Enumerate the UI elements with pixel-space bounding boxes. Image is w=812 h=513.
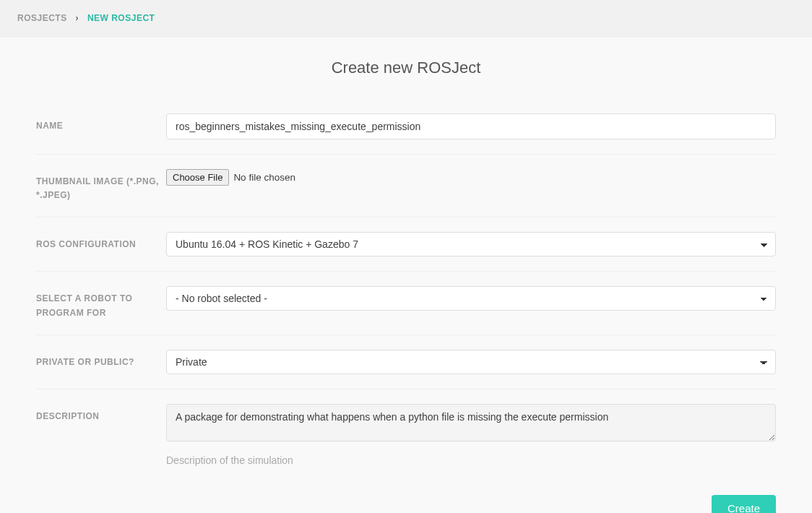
file-status-text: No file chosen [233, 172, 295, 183]
label-description: DESCRIPTION [36, 404, 166, 423]
row-ros-config: ROS CONFIGURATION Ubuntu 16.04 + ROS Kin… [36, 217, 776, 272]
chevron-right-icon: › [76, 13, 79, 23]
ros-config-select[interactable]: Ubuntu 16.04 + ROS Kinetic + Gazebo 7 [166, 232, 776, 256]
row-thumbnail: THUMBNAIL IMAGE (*.PNG, *.JPEG) Choose F… [36, 155, 776, 217]
form-actions: Create [36, 480, 776, 513]
label-name: NAME [36, 113, 166, 133]
row-name: NAME [36, 99, 776, 155]
name-input[interactable] [166, 113, 776, 139]
description-help-text: Description of the simulation [166, 454, 776, 466]
create-button[interactable]: Create [712, 495, 776, 513]
page-body: Create new ROSJect NAME THUMBNAIL IMAGE … [0, 37, 812, 513]
choose-file-button[interactable]: Choose File [166, 169, 229, 186]
row-robot: SELECT A ROBOT TO PROGRAM FOR - No robot… [36, 272, 776, 335]
row-visibility: PRIVATE OR PUBLIC? Private [36, 335, 776, 389]
label-visibility: PRIVATE OR PUBLIC? [36, 350, 166, 369]
label-robot: SELECT A ROBOT TO PROGRAM FOR [36, 286, 166, 319]
page-title: Create new ROSJect [36, 59, 776, 77]
label-ros-config: ROS CONFIGURATION [36, 232, 166, 251]
row-description: DESCRIPTION Description of the simulatio… [36, 389, 776, 480]
visibility-select[interactable]: Private [166, 350, 776, 374]
breadcrumb-new-rosject[interactable]: NEW ROSJECT [87, 13, 155, 23]
label-thumbnail: THUMBNAIL IMAGE (*.PNG, *.JPEG) [36, 169, 166, 202]
breadcrumb-rosjects[interactable]: ROSJECTS [17, 13, 67, 23]
description-textarea[interactable] [166, 404, 776, 441]
robot-select[interactable]: - No robot selected - [166, 286, 776, 311]
breadcrumb: ROSJECTS › NEW ROSJECT [0, 0, 812, 37]
